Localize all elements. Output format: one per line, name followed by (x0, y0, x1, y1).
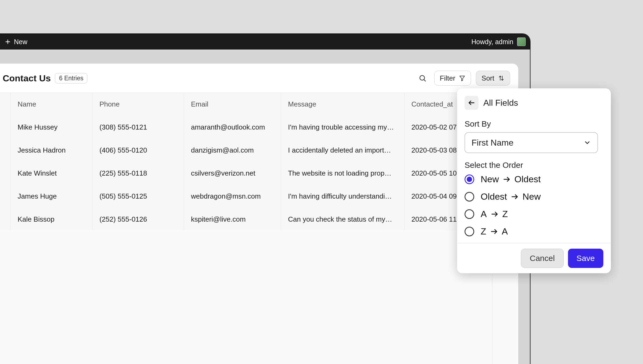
cell-email: csilvers@verizon.net (184, 162, 281, 185)
cell-message: I'm having difficulty understandi… (281, 185, 405, 208)
cell-email: webdragon@msn.com (184, 185, 281, 208)
plus-icon (4, 38, 11, 45)
radio-label-part: Oldest (514, 174, 541, 184)
column-header-message[interactable]: Message (281, 93, 405, 116)
filter-button[interactable]: Filter (434, 71, 471, 86)
table-empty-area (0, 230, 492, 364)
page-title: Contact Us (3, 73, 51, 84)
sort-button[interactable]: Sort (476, 71, 510, 86)
cell-phone: (308) 555-0121 (92, 116, 184, 139)
entries-table: Name Phone Email Message Contacted_at Mi… (0, 93, 518, 254)
cell-email: kspiteri@live.com (184, 208, 281, 231)
column-header-name[interactable]: Name (10, 93, 92, 116)
sort-by-value: First Name (472, 138, 513, 148)
popover-header: All Fields (457, 88, 611, 113)
filter-button-label: Filter (440, 74, 455, 82)
save-button-label: Save (577, 254, 595, 263)
radio-label: New Oldest (481, 174, 541, 184)
column-header-email[interactable]: Email (184, 93, 281, 116)
arrow-left-icon (468, 99, 475, 107)
save-button[interactable]: Save (568, 249, 603, 268)
radio-label-part: New (522, 191, 541, 202)
table-gutter-cell (0, 208, 10, 231)
cell-name: Kate Winslet (10, 162, 92, 185)
radio-label-part: A (502, 226, 508, 237)
panel-header: Contact Us 6 Entries Filter Sort (0, 64, 518, 93)
sort-icon (498, 75, 504, 81)
table-row[interactable]: Kale Bissop(252) 555-0126kspiteri@live.c… (0, 208, 518, 231)
svg-line-3 (424, 80, 425, 81)
table-gutter-cell (0, 116, 10, 139)
radio-a-z[interactable]: A Z (465, 209, 603, 219)
entries-panel: Contact Us 6 Entries Filter Sort (0, 63, 518, 364)
table-gutter-cell (0, 185, 10, 208)
radio-label-part: Z (502, 209, 508, 219)
table-gutter-cell (0, 139, 10, 162)
radio-label-part: A (481, 209, 487, 219)
search-button[interactable] (416, 71, 429, 85)
radio-label-part: Oldest (481, 191, 507, 202)
table-row[interactable]: Kate Winslet(225) 555-0118csilvers@veriz… (0, 162, 518, 185)
table-row[interactable]: James Huge(505) 555-0125webdragon@msn.co… (0, 185, 518, 208)
arrow-right-icon (503, 175, 511, 183)
cell-message: Can you check the status of my… (281, 208, 405, 231)
cancel-button-label: Cancel (530, 254, 555, 263)
sort-popover: All Fields Sort By First Name Select the… (457, 88, 611, 273)
greeting-area: Howdy, admin (471, 37, 526, 46)
popover-footer: Cancel Save (457, 243, 611, 273)
table-header-row: Name Phone Email Message Contacted_at (0, 93, 518, 116)
greeting-text: Howdy, admin (471, 38, 513, 46)
radio-label-part: Z (481, 226, 486, 237)
radio-label: Oldest New (481, 191, 541, 202)
popover-title: All Fields (483, 98, 518, 108)
top-bar: New Howdy, admin (0, 34, 530, 50)
sort-by-select[interactable]: First Name (465, 132, 598, 153)
cell-name: Kale Bissop (10, 208, 92, 231)
cell-name: Jessica Hadron (10, 139, 92, 162)
popover-body: Sort By First Name Select the Order New … (457, 113, 611, 243)
search-icon (418, 74, 427, 82)
arrow-right-icon (490, 228, 498, 236)
sort-button-label: Sort (481, 74, 494, 82)
radio-new-oldest[interactable]: New Oldest (465, 174, 603, 184)
table-row[interactable]: Mike Hussey(308) 555-0121amaranth@outloo… (0, 116, 518, 139)
radio-icon (465, 175, 474, 184)
radio-icon (465, 192, 474, 202)
avatar[interactable] (517, 37, 526, 46)
app-frame: New Howdy, admin Contact Us 6 Entries Fi… (0, 33, 530, 364)
cell-phone: (505) 555-0125 (92, 185, 184, 208)
svg-marker-4 (460, 76, 465, 81)
cell-phone: (252) 555-0126 (92, 208, 184, 231)
cancel-button[interactable]: Cancel (521, 249, 563, 268)
new-button-label: New (14, 38, 27, 46)
table-gutter (0, 93, 10, 116)
cell-name: James Huge (10, 185, 92, 208)
column-header-phone[interactable]: Phone (92, 93, 184, 116)
radio-oldest-new[interactable]: Oldest New (465, 191, 603, 202)
table-row[interactable]: Jessica Hadron(406) 555-0120danzigism@ao… (0, 139, 518, 162)
filter-icon (459, 75, 465, 81)
cell-email: danzigism@aol.com (184, 139, 281, 162)
cell-message: I accidentally deleted an import… (281, 139, 405, 162)
cell-email: amaranth@outlook.com (184, 116, 281, 139)
table-gutter-cell (0, 162, 10, 185)
radio-label-part: New (481, 174, 499, 184)
order-radio-group: New Oldest Oldest New A Z (465, 174, 603, 237)
radio-icon (465, 227, 474, 236)
panel-title-group: Contact Us 6 Entries (3, 73, 87, 84)
radio-icon (465, 209, 474, 219)
back-button[interactable] (465, 96, 478, 110)
order-label: Select the Order (465, 161, 603, 170)
cell-message: The website is not loading prop… (281, 162, 405, 185)
chevron-down-icon (584, 139, 591, 146)
cell-phone: (406) 555-0120 (92, 139, 184, 162)
radio-label: Z A (481, 226, 508, 237)
new-button[interactable]: New (4, 38, 27, 46)
radio-label: A Z (481, 209, 508, 219)
arrow-right-icon (491, 210, 499, 218)
panel-actions: Filter Sort (416, 71, 510, 86)
radio-z-a[interactable]: Z A (465, 226, 603, 237)
arrow-right-icon (511, 193, 519, 201)
entries-count-badge: 6 Entries (55, 73, 87, 84)
cell-name: Mike Hussey (10, 116, 92, 139)
